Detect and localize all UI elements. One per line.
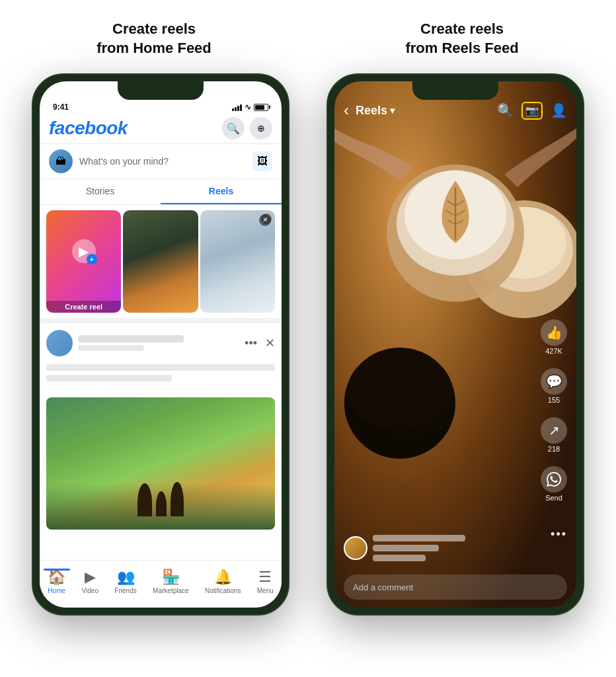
battery-fill bbox=[255, 105, 264, 110]
header-icons: 🔍 ⊕ bbox=[222, 117, 272, 139]
post-image bbox=[46, 397, 275, 530]
camera-icon: 📷 bbox=[525, 104, 539, 117]
feed-post: ••• ✕ bbox=[40, 318, 282, 391]
time-left: 9:41 bbox=[53, 102, 69, 112]
nav-notifications-label: Notifications bbox=[205, 587, 241, 594]
video-icon: ▶ bbox=[85, 569, 96, 586]
post-header: ••• ✕ bbox=[46, 330, 275, 356]
battery-icon bbox=[254, 104, 268, 111]
post-info bbox=[78, 335, 239, 351]
content-bar-1 bbox=[46, 364, 275, 371]
home-icon: 🏠 bbox=[48, 569, 65, 586]
reels-text-bars bbox=[373, 535, 465, 561]
like-action[interactable]: 👍 427K bbox=[541, 319, 567, 355]
reels-username-bar bbox=[373, 535, 465, 541]
send-label: Send bbox=[545, 494, 562, 502]
back-button[interactable]: ‹ bbox=[344, 101, 349, 120]
comment-icon: 💬 bbox=[541, 368, 567, 395]
reels-profile-icon[interactable]: 👤 bbox=[551, 102, 567, 118]
phone-left-screen: 9:41 ∿ bbox=[40, 81, 282, 608]
photo-icon[interactable]: 🖼 bbox=[252, 151, 272, 171]
comment-placeholder-text: Add a comment bbox=[353, 582, 413, 592]
facebook-logo: facebook bbox=[49, 118, 128, 139]
tab-stories[interactable]: Stories bbox=[40, 179, 161, 204]
page-container: Create reelsfrom Home Feed Create reelsf… bbox=[0, 0, 616, 677]
adult1-silhouette bbox=[137, 483, 152, 516]
nav-video-label: Video bbox=[82, 587, 98, 594]
share-count: 218 bbox=[548, 445, 560, 453]
reels-title: Reels ▾ bbox=[356, 104, 395, 118]
bar2 bbox=[235, 107, 237, 111]
wifi-icon: ∿ bbox=[245, 102, 251, 112]
reel-play-icon: ▶ + bbox=[72, 239, 96, 263]
phones-row: 9:41 ∿ bbox=[0, 73, 616, 616]
reels-user-row bbox=[344, 535, 537, 561]
right-title: Create reelsfrom Reels Feed bbox=[323, 20, 601, 58]
nav-menu[interactable]: ☰ Menu bbox=[257, 569, 274, 594]
share-action[interactable]: ↗ 218 bbox=[541, 417, 567, 453]
close-reel-icon[interactable]: ✕ bbox=[261, 214, 272, 224]
reels-title-text: Reels bbox=[356, 104, 387, 118]
friends-icon: 👥 bbox=[117, 569, 135, 586]
post-image-container bbox=[40, 397, 282, 536]
reel-item-1[interactable] bbox=[123, 210, 198, 313]
reels-header: ‹ Reels ▾ 🔍 📷 👤 bbox=[334, 101, 576, 120]
comment-action[interactable]: 💬 155 bbox=[541, 368, 567, 404]
post-avatar bbox=[46, 330, 73, 356]
reels-dropdown-icon[interactable]: ▾ bbox=[390, 105, 395, 116]
what-on-mind-bar[interactable]: What's on your mind? 🖼 bbox=[40, 143, 282, 179]
family-silhouette bbox=[137, 482, 184, 516]
send-action[interactable]: Send bbox=[541, 466, 567, 502]
phone-right: ‹ Reels ▾ 🔍 📷 👤 bbox=[327, 73, 584, 616]
camera-icon-box[interactable]: 📷 bbox=[521, 102, 543, 120]
what-on-mind-text: What's on your mind? bbox=[79, 156, 246, 167]
nav-home[interactable]: 🏠 Home bbox=[48, 569, 65, 594]
reels-search-icon[interactable]: 🔍 bbox=[497, 102, 514, 118]
send-icon bbox=[541, 466, 567, 493]
notch-left bbox=[118, 81, 204, 100]
bottom-nav: 🏠 Home ▶ Video 👥 Friends 🏪 Marketplace bbox=[40, 560, 282, 608]
reels-header-icons: 🔍 📷 👤 bbox=[497, 102, 567, 120]
status-icons-left: ∿ bbox=[232, 102, 268, 112]
three-dots-menu[interactable]: ••• bbox=[551, 528, 567, 541]
whatsapp-icon-svg bbox=[547, 472, 561, 487]
notifications-icon: 🔔 bbox=[214, 569, 232, 586]
facebook-header: facebook 🔍 ⊕ bbox=[40, 113, 282, 143]
like-icon: 👍 bbox=[541, 319, 567, 346]
reel-item-2[interactable]: ✕ bbox=[200, 210, 275, 313]
svg-point-1 bbox=[348, 351, 452, 430]
nav-friends-label: Friends bbox=[114, 587, 136, 594]
content-bar-2 bbox=[46, 375, 172, 381]
create-reel-item[interactable]: ▶ + Create reel bbox=[46, 210, 121, 313]
comment-count: 155 bbox=[548, 396, 560, 404]
nav-video[interactable]: ▶ Video bbox=[82, 569, 98, 594]
stories-reels-tabs: Stories Reels bbox=[40, 179, 282, 205]
reels-desc-bar bbox=[373, 545, 439, 551]
reels-grid: ▶ + Create reel ✕ bbox=[40, 205, 282, 318]
bar3 bbox=[237, 106, 239, 111]
nav-home-bar bbox=[44, 569, 70, 571]
comment-input-bar[interactable]: Add a comment bbox=[344, 575, 567, 600]
messenger-button[interactable]: ⊕ bbox=[250, 117, 272, 139]
search-button[interactable]: 🔍 bbox=[222, 117, 245, 139]
post-actions: ••• ✕ bbox=[245, 336, 275, 350]
post-menu-icon[interactable]: ••• bbox=[245, 337, 257, 350]
tab-reels[interactable]: Reels bbox=[161, 179, 282, 204]
reels-side-actions: 👍 427K 💬 155 ↗ 218 bbox=[541, 319, 567, 502]
phone-right-screen: ‹ Reels ▾ 🔍 📷 👤 bbox=[334, 81, 576, 608]
plus-badge: + bbox=[87, 254, 97, 264]
nav-marketplace[interactable]: 🏪 Marketplace bbox=[153, 569, 188, 594]
user-avatar bbox=[49, 149, 73, 173]
nav-marketplace-label: Marketplace bbox=[153, 587, 188, 594]
marketplace-icon: 🏪 bbox=[162, 569, 180, 586]
adult2-silhouette bbox=[171, 482, 184, 516]
post-close-icon[interactable]: ✕ bbox=[265, 336, 275, 350]
phone-left: 9:41 ∿ bbox=[32, 73, 289, 616]
post-meta-placeholder bbox=[78, 345, 144, 351]
nav-home-label: Home bbox=[48, 587, 65, 594]
nav-friends[interactable]: 👥 Friends bbox=[114, 569, 136, 594]
signal-icon bbox=[232, 103, 242, 111]
nav-notifications[interactable]: 🔔 Notifications bbox=[205, 569, 241, 594]
like-count: 427K bbox=[545, 347, 562, 355]
nav-menu-label: Menu bbox=[257, 587, 274, 594]
